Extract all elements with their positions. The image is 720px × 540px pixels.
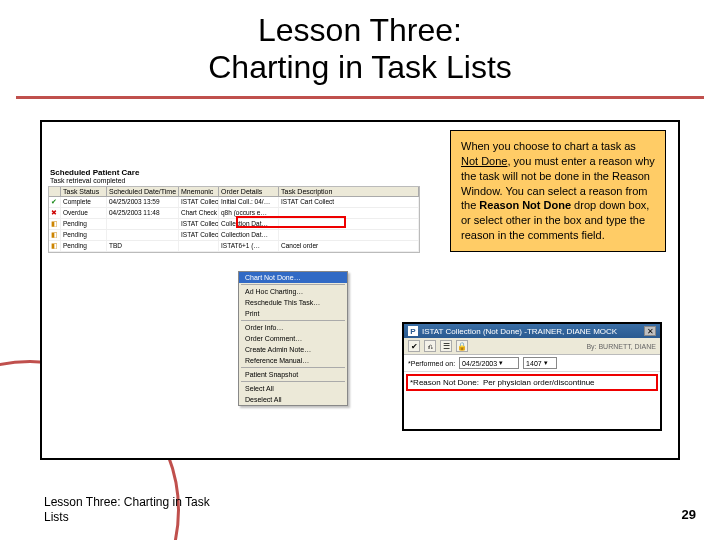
menu-separator (241, 320, 345, 321)
row-status-icon (49, 208, 61, 218)
performed-on-row: *Performed on: 04/25/2003 1407 (404, 355, 660, 372)
instruction-callout: When you choose to chart a task as Not D… (450, 130, 666, 252)
row-mnemonic: ISTAT Collection (179, 197, 219, 207)
menu-order-comment[interactable]: Order Comment… (239, 333, 347, 344)
row-mnemonic: ISTAT Collection (179, 219, 219, 229)
footer-lesson-label: Lesson Three: Charting in Task Lists (44, 495, 224, 524)
menu-separator (241, 381, 345, 382)
performed-time-field[interactable]: 1407 (523, 357, 557, 369)
tasklist-heading: Scheduled Patient Care (48, 166, 420, 177)
menu-separator (241, 284, 345, 285)
row-status: Complete (61, 197, 107, 207)
row-mnemonic: Chart Check (179, 208, 219, 218)
callout-reason-not-done: Reason Not Done (479, 199, 571, 211)
comments-area[interactable] (404, 393, 660, 429)
row-datetime (107, 219, 179, 229)
title-underline (16, 96, 704, 99)
table-row[interactable]: PendingTBDISTAT6+1 (…Cancel order (49, 241, 419, 252)
task-list-screenshot: Scheduled Patient Care Task retrieval co… (48, 166, 420, 366)
col-order-details: Order Details (219, 187, 279, 196)
menu-order-info[interactable]: Order Info… (239, 322, 347, 333)
toolbar-list-icon[interactable]: ☰ (440, 340, 452, 352)
performed-date-field[interactable]: 04/25/2003 (459, 357, 519, 369)
row-datetime: TBD (107, 241, 179, 251)
row-datetime (107, 230, 179, 240)
menu-deselect-all[interactable]: Deselect All (239, 394, 347, 405)
title-line-1: Lesson Three: (0, 12, 720, 49)
col-description: Task Description (279, 187, 419, 196)
reason-dialog: P ISTAT Collection (Not Done) - TRAINER,… (402, 322, 662, 431)
toolbar-check-icon[interactable]: ✔ (408, 340, 420, 352)
page-number: 29 (682, 507, 696, 522)
reason-not-done-label: *Reason Not Done: (410, 378, 479, 387)
context-menu: Chart Not Done… Ad Hoc Charting… Resched… (238, 271, 348, 406)
reason-not-done-highlight: *Reason Not Done: Per physician order/di… (406, 374, 658, 391)
title-line-2: Charting in Task Lists (0, 49, 720, 86)
table-row[interactable]: Overdue04/25/2003 11:48Chart Checkq8h (o… (49, 208, 419, 219)
menu-reference-manual[interactable]: Reference Manual… (239, 355, 347, 366)
col-status: Task Status (61, 187, 107, 196)
row-description (279, 219, 419, 229)
dialog-by-label: By: BURNETT, DIANE (586, 343, 656, 350)
close-icon[interactable]: ✕ (644, 326, 656, 336)
task-table-header: Task Status Scheduled Date/Time Mnemonic… (49, 187, 419, 197)
row-order-details: Initial Coll.: 04/… (219, 197, 279, 207)
dialog-titlebar: P ISTAT Collection (Not Done) - TRAINER,… (404, 324, 660, 338)
row-description (279, 208, 419, 218)
row-description: ISTAT Cart Collect (279, 197, 419, 207)
menu-reschedule-task[interactable]: Reschedule This Task… (239, 297, 347, 308)
performed-on-label: *Performed on: (408, 360, 455, 367)
menu-chart-not-done[interactable]: Chart Not Done… (239, 272, 347, 283)
row-status-icon (49, 230, 61, 240)
menu-patient-snapshot[interactable]: Patient Snapshot (239, 369, 347, 380)
tasklist-subheading: Task retrieval completed (48, 177, 420, 186)
row-status-icon (49, 241, 61, 251)
table-row[interactable]: PendingISTAT CollectionCollection Dat… (49, 230, 419, 241)
row-order-details: Collection Dat… (219, 219, 279, 229)
slide-title: Lesson Three: Charting in Task Lists (0, 12, 720, 86)
row-mnemonic: ISTAT Collection (179, 230, 219, 240)
reason-not-done-dropdown[interactable]: Per physician order/discontinue (483, 378, 654, 387)
row-mnemonic (179, 241, 219, 251)
dialog-title-prefix: ISTAT Collection (Not Done) - (422, 327, 527, 336)
row-status-icon (49, 219, 61, 229)
row-order-details: ISTAT6+1 (… (219, 241, 279, 251)
row-status: Pending (61, 230, 107, 240)
row-order-details: q8h (occurs e… (219, 208, 279, 218)
menu-create-admin-note[interactable]: Create Admin Note… (239, 344, 347, 355)
menu-select-all[interactable]: Select All (239, 383, 347, 394)
task-table: Task Status Scheduled Date/Time Mnemonic… (48, 186, 420, 253)
row-status: Pending (61, 241, 107, 251)
dialog-app-icon: P (408, 326, 418, 336)
row-datetime: 04/25/2003 13:59 (107, 197, 179, 207)
callout-text-1: When you choose to chart a task as (461, 140, 636, 152)
toolbar-undo-icon[interactable]: ⎌ (424, 340, 436, 352)
row-datetime: 04/25/2003 11:48 (107, 208, 179, 218)
row-description (279, 230, 419, 240)
callout-not-done: Not Done (461, 155, 507, 167)
dialog-title-user: TRAINER, DIANE MOCK (527, 327, 617, 336)
menu-adhoc-charting[interactable]: Ad Hoc Charting… (239, 286, 347, 297)
dialog-toolbar: ✔ ⎌ ☰ 🔒 By: BURNETT, DIANE (404, 338, 660, 355)
content-frame: Scheduled Patient Care Task retrieval co… (40, 120, 680, 460)
table-row[interactable]: Complete04/25/2003 13:59ISTAT Collection… (49, 197, 419, 208)
toolbar-lock-icon[interactable]: 🔒 (456, 340, 468, 352)
col-datetime: Scheduled Date/Time (107, 187, 179, 196)
row-order-details: Collection Dat… (219, 230, 279, 240)
menu-print[interactable]: Print (239, 308, 347, 319)
table-row[interactable]: PendingISTAT CollectionCollection Dat… (49, 219, 419, 230)
row-description: Cancel order (279, 241, 419, 251)
row-status: Pending (61, 219, 107, 229)
col-mnemonic: Mnemonic (179, 187, 219, 196)
menu-separator (241, 367, 345, 368)
row-status-icon (49, 197, 61, 207)
row-status: Overdue (61, 208, 107, 218)
col-icon (49, 187, 61, 196)
